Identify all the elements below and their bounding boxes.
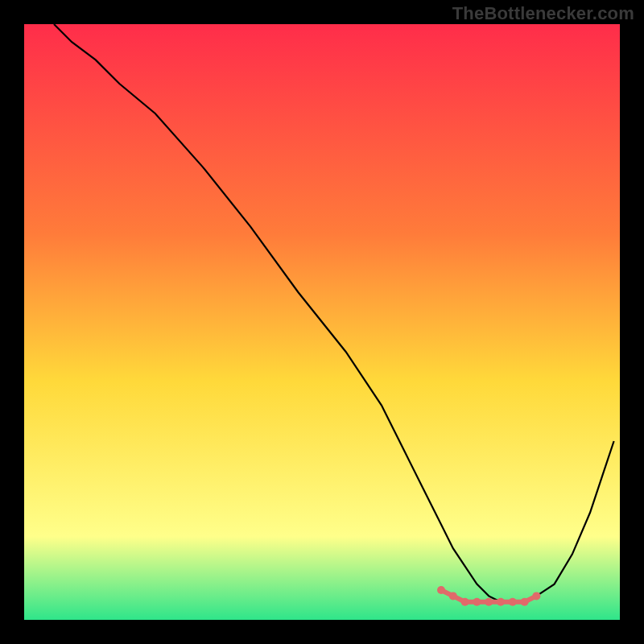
- chart-frame: TheBottlenecker.com: [0, 0, 644, 644]
- plot-area: [24, 24, 620, 620]
- watermark-text: TheBottlenecker.com: [452, 3, 634, 24]
- chart-svg: [24, 24, 620, 620]
